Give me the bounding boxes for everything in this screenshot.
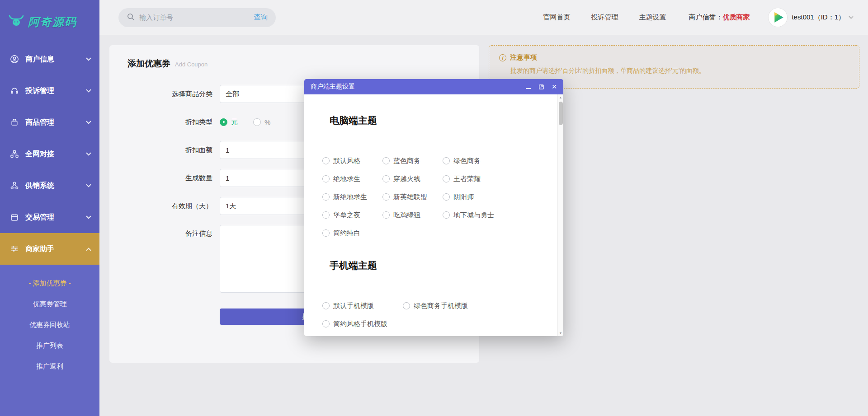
sidebar-item-transactions[interactable]: 交易管理 <box>0 201 99 233</box>
theme-radio-option[interactable]: 吃鸡绿狙 <box>382 210 427 220</box>
sidebar-item-label: 投诉管理 <box>25 86 54 96</box>
chevron-down-icon <box>86 56 91 61</box>
theme-radio-label: 默认手机模版 <box>333 302 374 310</box>
pc-theme-options: 默认风格 蓝色商务 绿色商务 绝地求生 穿越火线 王者荣耀 新绝地求生 <box>322 156 538 238</box>
topnav-complaints-link[interactable]: 投诉管理 <box>591 13 618 22</box>
radio-icon <box>403 302 410 309</box>
discount-type-options: 元 % <box>220 113 270 131</box>
sidebar-item-complaints[interactable]: 投诉管理 <box>0 75 99 107</box>
sidebar-item-assistant[interactable]: 商家助手 <box>0 233 99 265</box>
sidebar-menu: 商户信息 投诉管理 商品管理 全网对接 <box>0 43 99 265</box>
username: test001（ID：1） <box>792 13 845 22</box>
sidebar-item-label: 供销系统 <box>25 181 54 191</box>
theme-radio-label: 简约风格手机模版 <box>333 320 387 328</box>
user-menu[interactable]: test001（ID：1） <box>769 8 853 27</box>
theme-radio-label: 蓝色商务 <box>393 157 420 165</box>
radio-icon <box>382 211 390 219</box>
theme-radio-label: 地下城与勇士 <box>453 211 494 220</box>
bull-logo-icon <box>8 14 24 29</box>
chevron-up-icon <box>86 248 91 252</box>
maximize-button[interactable] <box>538 83 545 90</box>
card-subtitle: Add Coupon <box>175 61 208 68</box>
sidebar: 阿奇源码 商户信息 投诉管理 商品管理 <box>0 0 99 416</box>
bag-icon <box>10 118 19 127</box>
modal-scrollbar[interactable]: ▲ ▼ <box>557 94 563 336</box>
theme-radio-option[interactable]: 绿色商务手机模版 <box>403 301 468 310</box>
radio-percent-icon[interactable] <box>253 118 261 126</box>
discount-type-label: 折扣类型 <box>127 118 220 126</box>
radio-icon <box>382 157 390 164</box>
radio-icon <box>322 211 330 219</box>
scroll-down-icon[interactable]: ▼ <box>558 330 563 336</box>
sidebar-top: 阿奇源码 商户信息 投诉管理 商品管理 <box>0 0 99 265</box>
theme-radio-option[interactable]: 堡垒之夜 <box>322 210 367 220</box>
sidebar-item-products[interactable]: 商品管理 <box>0 107 99 138</box>
chevron-down-icon <box>86 150 91 155</box>
logo[interactable]: 阿奇源码 <box>0 0 99 43</box>
theme-radio-label: 新绝地求生 <box>333 193 367 201</box>
theme-radio-option[interactable]: 绿色商务 <box>443 156 494 165</box>
theme-radio-option[interactable]: 地下城与勇士 <box>443 210 494 220</box>
submenu-item-promo-rebate[interactable]: 推广返利 <box>0 356 99 377</box>
sidebar-item-supply[interactable]: 供销系统 <box>0 170 99 201</box>
radio-icon <box>322 193 330 201</box>
close-button[interactable]: × <box>551 83 558 90</box>
topnav-home-link[interactable]: 官网首页 <box>543 13 570 22</box>
section-divider <box>322 283 538 283</box>
theme-radio-option[interactable]: 默认风格 <box>322 156 367 165</box>
category-label: 选择商品分类 <box>127 90 220 98</box>
theme-radio-option[interactable]: 新绝地求生 <box>322 192 367 201</box>
theme-radio-option[interactable]: 蓝色商务 <box>382 156 427 165</box>
sidebar-item-merchant-info[interactable]: 商户信息 <box>0 43 99 75</box>
category-selected-value: 全部 <box>226 90 239 98</box>
minimize-icon <box>526 88 531 89</box>
validity-label: 有效期（天） <box>127 202 220 210</box>
modal-header[interactable]: 商户端主题设置 × <box>304 79 563 94</box>
radio-icon <box>322 175 330 182</box>
submenu-item-promo-list[interactable]: 推广列表 <box>0 335 99 356</box>
theme-radio-option[interactable]: 简约纯白 <box>322 229 367 238</box>
nodes-icon <box>10 181 19 190</box>
notice-text: 批发的商户请选择'百分比'的折扣面额，单商品的建议选择'元'的面额。 <box>499 67 849 75</box>
theme-radio-option[interactable]: 简约风格手机模版 <box>322 319 387 328</box>
radio-icon <box>322 229 330 237</box>
reputation-label: 商户信誉： <box>689 13 722 21</box>
search-query-button[interactable]: 查询 <box>254 13 268 22</box>
radio-percent-label[interactable]: % <box>264 118 270 126</box>
submenu-item-add-coupon[interactable]: - 添加优惠券 - <box>0 273 99 294</box>
chevron-down-icon <box>849 14 854 19</box>
theme-radio-option[interactable]: 穿越火线 <box>382 174 427 183</box>
radio-icon <box>443 157 450 164</box>
sidebar-item-network[interactable]: 全网对接 <box>0 138 99 170</box>
submenu-item-coupon-manage[interactable]: 优惠券管理 <box>0 294 99 314</box>
close-icon: × <box>552 82 557 91</box>
amount-label: 折扣面额 <box>127 146 220 154</box>
scrollbar-thumb[interactable] <box>559 102 563 125</box>
radio-yuan-icon[interactable] <box>220 118 227 126</box>
scroll-up-icon[interactable]: ▲ <box>558 94 563 100</box>
window-controls: × <box>524 83 558 90</box>
theme-radio-label: 绿色商务 <box>453 157 481 165</box>
remark-label: 备注信息 <box>127 225 220 238</box>
chevron-down-icon <box>86 214 91 219</box>
theme-radio-label: 简约纯白 <box>333 229 360 238</box>
theme-radio-label: 绝地求生 <box>333 175 360 183</box>
topnav-theme-settings-link[interactable]: 主题设置 <box>639 13 666 22</box>
theme-radio-option[interactable]: 新英雄联盟 <box>382 192 427 201</box>
chevron-down-icon <box>86 87 91 92</box>
sidebar-item-label: 商品管理 <box>25 118 54 127</box>
radio-icon <box>443 193 450 201</box>
maximize-icon <box>538 84 544 90</box>
theme-radio-option[interactable]: 默认手机模版 <box>322 301 387 310</box>
theme-radio-option[interactable]: 绝地求生 <box>322 174 367 183</box>
chevron-down-icon <box>86 119 91 124</box>
search-icon <box>127 13 135 23</box>
theme-radio-option[interactable]: 王者荣耀 <box>443 174 494 183</box>
order-search-input[interactable] <box>139 14 250 21</box>
radio-yuan-label[interactable]: 元 <box>231 118 238 126</box>
theme-radio-option[interactable]: 阴阳师 <box>443 192 494 201</box>
radio-icon <box>322 320 330 327</box>
submenu-item-coupon-recycle[interactable]: 优惠券回收站 <box>0 314 99 335</box>
radio-icon <box>322 157 330 164</box>
minimize-button[interactable] <box>524 83 532 90</box>
